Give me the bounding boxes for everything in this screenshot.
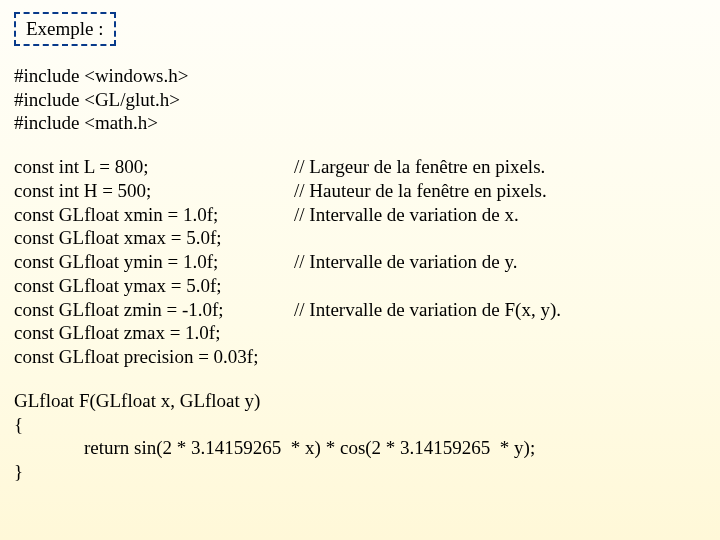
example-title-box: Exemple :	[14, 12, 116, 46]
const-line: const GLfloat precision = 0.03f;	[14, 345, 706, 369]
const-line: const GLfloat xmax = 5.0f;	[14, 226, 706, 250]
const-line: const GLfloat zmax = 1.0f;	[14, 321, 706, 345]
const-comment: // Intervalle de variation de x.	[294, 203, 519, 227]
brace-open: {	[14, 413, 706, 437]
const-line: const GLfloat zmin = -1.0f; // Intervall…	[14, 298, 706, 322]
const-decl: const GLfloat ymin = 1.0f;	[14, 250, 294, 274]
consts-block: const int L = 800; // Largeur de la fenê…	[14, 155, 706, 369]
example-title: Exemple :	[26, 18, 104, 39]
const-comment: // Intervalle de variation de F(x, y).	[294, 298, 561, 322]
spacer	[14, 135, 706, 155]
const-decl: const int L = 800;	[14, 155, 294, 179]
function-block: GLfloat F(GLfloat x, GLfloat y) { return…	[14, 389, 706, 484]
include-line: #include <GL/glut.h>	[14, 88, 706, 112]
const-line: const GLfloat ymin = 1.0f; // Intervalle…	[14, 250, 706, 274]
include-line: #include <windows.h>	[14, 64, 706, 88]
page: Exemple : #include <windows.h> #include …	[0, 0, 720, 496]
function-signature: GLfloat F(GLfloat x, GLfloat y)	[14, 389, 706, 413]
const-decl: const GLfloat zmax = 1.0f;	[14, 321, 294, 345]
const-line: const int H = 500; // Hauteur de la fenê…	[14, 179, 706, 203]
const-decl: const GLfloat xmin = 1.0f;	[14, 203, 294, 227]
const-decl: const int H = 500;	[14, 179, 294, 203]
const-decl: const GLfloat zmin = -1.0f;	[14, 298, 294, 322]
const-comment: // Largeur de la fenêtre en pixels.	[294, 155, 545, 179]
spacer	[14, 369, 706, 389]
include-line: #include <math.h>	[14, 111, 706, 135]
const-decl: const GLfloat ymax = 5.0f;	[14, 274, 294, 298]
const-decl: const GLfloat xmax = 5.0f;	[14, 226, 294, 250]
const-line: const GLfloat xmin = 1.0f; // Intervalle…	[14, 203, 706, 227]
brace-close: }	[14, 460, 706, 484]
const-line: const GLfloat ymax = 5.0f;	[14, 274, 706, 298]
const-line: const int L = 800; // Largeur de la fenê…	[14, 155, 706, 179]
const-decl: const GLfloat precision = 0.03f;	[14, 345, 294, 369]
const-comment: // Hauteur de la fenêtre en pixels.	[294, 179, 547, 203]
const-comment: // Intervalle de variation de y.	[294, 250, 518, 274]
includes-block: #include <windows.h> #include <GL/glut.h…	[14, 64, 706, 135]
function-body: return sin(2 * 3.14159265 * x) * cos(2 *…	[14, 436, 706, 460]
